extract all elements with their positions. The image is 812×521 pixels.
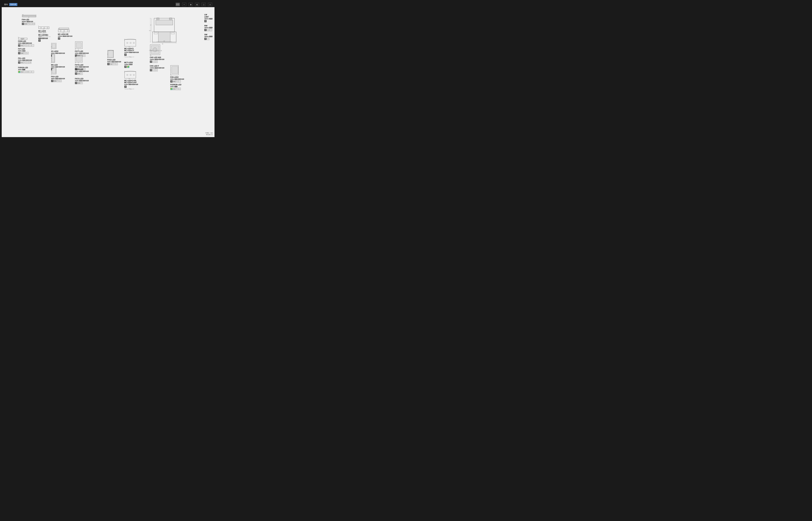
svg-rect-21	[21, 38, 24, 39]
ctrl-150[interactable]: 150	[25, 23, 27, 25]
svg-text:11: 11	[78, 49, 79, 50]
ctrl-color-fxrgb[interactable]: COL	[18, 71, 20, 73]
svg-text:14*: 14*	[124, 40, 125, 41]
svg-rect-29	[52, 54, 54, 62]
product-mct-led2: MCT-LED2 1290lm PWM 調 COL	[124, 62, 133, 68]
product-fxcs-led: FXCS-LED 410lm PWM DALI 調光 調 150 ✂	[75, 78, 89, 84]
svg-text:11: 11	[75, 63, 76, 63]
svg-text:11: 11	[75, 49, 76, 50]
product-mc-led4-dp5: 14.2 14* 14.4 MC-LED4 D-P5 MC-LED4 S-P5*…	[124, 70, 138, 90]
svg-point-15	[60, 30, 61, 31]
svg-text:11: 11	[78, 63, 79, 63]
svg-text:9: 9	[38, 26, 39, 27]
header-title: 屋内	[4, 3, 8, 6]
svg-rect-78	[154, 33, 158, 34]
product-fxu-led: 6 10.3 FXU-LED 380lm PWM DALI 調光 調 250 ✂…	[51, 68, 65, 82]
svg-point-16	[64, 30, 65, 31]
svg-text:5: 5	[51, 63, 52, 63]
svg-rect-47	[125, 40, 136, 46]
product-rw: RW 3850lm PWM 調 ⊥ →	[204, 25, 212, 31]
svg-point-56	[130, 74, 131, 76]
svg-rect-13	[59, 28, 69, 29]
product-fxt-led: FXT-LED 940lm PWM 調 150 ✂ ⊥	[18, 48, 29, 54]
product-fxys-led: 11 11 FXYS-LED 420lm PWM DALI 調光 調 300 ✂…	[75, 55, 89, 70]
product-mc-led4-hr: 11.5 14.4 MC-LED4 HR 1500lm PWM DALI 調光 …	[58, 28, 72, 40]
svg-rect-25	[52, 44, 55, 48]
svg-text:12.7: 12.7	[170, 75, 172, 76]
product-lw: LW LWD* 3850lm PWM 調	[204, 14, 212, 22]
svg-text:12.5: 12.5	[107, 54, 108, 55]
svg-text:49: 49	[162, 43, 163, 44]
icon-document[interactable]: ◧	[195, 3, 199, 6]
svg-point-9	[44, 27, 45, 28]
svg-point-10	[47, 27, 48, 28]
svg-text:11.5: 11.5	[58, 28, 59, 29]
svg-text:14.4: 14.4	[128, 78, 130, 79]
ctrl-mount1[interactable]: ⊥	[30, 23, 32, 25]
svg-text:10: 10	[51, 46, 52, 47]
svg-text:17: 17	[170, 70, 171, 71]
product-chc-led-f: CHC-LED F 1300lm PWM DALI 調光 調 + ⊥	[150, 65, 164, 71]
product-fxrgb-led: FXRGB-LED 360lm DMX COL 50 ⊥ ⊔ ○ →	[18, 67, 34, 73]
product-mc-led4-d: 14.2 14* 14.4 MC-LED4 D MC-LED4 S* 1630l…	[124, 38, 139, 58]
product-mc-led4: 9 14.4 MC-LED4 1950lm (調光時) MC-LED4(E) 1…	[38, 25, 50, 42]
svg-text:16.5: 16.5	[150, 55, 151, 56]
ctrl-dim-mc4[interactable]: 調	[38, 39, 41, 42]
svg-rect-79	[171, 33, 174, 34]
icon-settings[interactable]: ◎	[208, 3, 212, 6]
svg-text:37: 37	[150, 24, 151, 26]
ctrl-cut[interactable]: ✂	[27, 23, 30, 25]
svg-rect-54	[125, 71, 136, 78]
outer-frame: 屋内 電源別置 A50 ✂ ▣ ◧ ◫ ◎ 6.5 30	[0, 0, 216, 139]
svg-text:44.5*: 44.5*	[149, 30, 151, 31]
svg-text:14.4: 14.4	[128, 46, 130, 47]
product-fxs2-led: 9 12.5 FXS2-LED 940lm PWM DALI 調光 調 50 ✂…	[107, 49, 121, 65]
product-fxyt-led: 11 11 FXYT-LED 420lm PWM DALI 調光 調 300 ✂…	[75, 41, 89, 57]
svg-text:14.2: 14.2	[124, 71, 125, 72]
header-icons: A50 ✂ ▣ ◧ ◫ ◎	[176, 3, 212, 6]
right-products: LW LWD* 3850lm PWM 調 RW 3850lm PWM	[204, 14, 212, 40]
svg-text:14.2: 14.2	[124, 39, 125, 40]
svg-point-75	[170, 18, 171, 20]
svg-rect-71	[156, 20, 173, 25]
lwd-note: * LWDケーブルダクト付	[149, 50, 181, 52]
svg-text:14.4: 14.4	[43, 28, 44, 29]
product-fxd-led2: 12.7 17 FXD-LED2 650lm PWM DALI 調光 調 300…	[170, 65, 184, 83]
svg-text:18: 18	[51, 58, 51, 59]
svg-text:35*: 35*	[163, 41, 165, 42]
scale-note: ※単位：mm ※Scale 1:1	[205, 132, 213, 135]
product-fxl-led: FXL-LED 520lm PWM DALI 調光 調 50 ✂ ⊥ ⊔	[18, 58, 32, 64]
svg-point-48	[127, 42, 128, 44]
product-fxct-led: FXCT-LED 410lm PWM DALI 調光 調 100 ⊥	[75, 68, 89, 75]
main-content: 6.5 30 FXH-LED 2820lm PWM 調光 調 150	[2, 7, 214, 137]
svg-rect-44	[108, 51, 113, 57]
header-bar: 屋内 電源別置 A50 ✂ ▣ ◧ ◫ ◎	[2, 2, 214, 7]
header-badge[interactable]: 電源別置	[9, 3, 17, 6]
svg-point-55	[127, 74, 128, 76]
svg-rect-36	[76, 43, 81, 48]
svg-text:9: 9	[107, 58, 108, 58]
svg-text:10.3: 10.3	[51, 71, 52, 71]
product-fx50-led: 5.6 13.7 FX50-LED 940lm PWM DALI 調光 調 50…	[18, 37, 34, 47]
ctrl-color-fxdrgb[interactable]: COL	[170, 88, 173, 90]
svg-text:14*: 14*	[124, 72, 125, 73]
product-sw: SW 3850lm PWM 調 +	[204, 33, 212, 40]
icon-layers[interactable]: ◫	[201, 3, 206, 6]
lw-diagram: 49 35* 44.5* 37 * LWDケーブルダクト付	[149, 13, 181, 52]
icon-scissors[interactable]: ✂	[182, 3, 186, 6]
svg-text:8: 8	[51, 49, 52, 50]
ctrl-color-mct[interactable]: COL	[127, 66, 129, 68]
svg-point-8	[41, 27, 42, 28]
svg-text:30: 30	[28, 17, 29, 18]
ctrl-dim-mchr[interactable]: 調	[58, 37, 60, 40]
product-fxh-led: 6.5 30 FXH-LED 2820lm PWM 調光 調 150	[22, 14, 37, 25]
ctrl-dim[interactable]: 調	[22, 23, 24, 25]
svg-point-57	[133, 74, 135, 76]
svg-point-74	[157, 18, 159, 20]
fxh-name: FXH-LED	[22, 19, 37, 21]
svg-rect-40	[76, 56, 81, 61]
icon-display[interactable]: ▣	[189, 3, 193, 6]
svg-point-17	[67, 30, 68, 31]
icon-a50[interactable]: A50	[176, 3, 180, 6]
ctrl-mount2[interactable]: ⊔	[33, 23, 35, 25]
